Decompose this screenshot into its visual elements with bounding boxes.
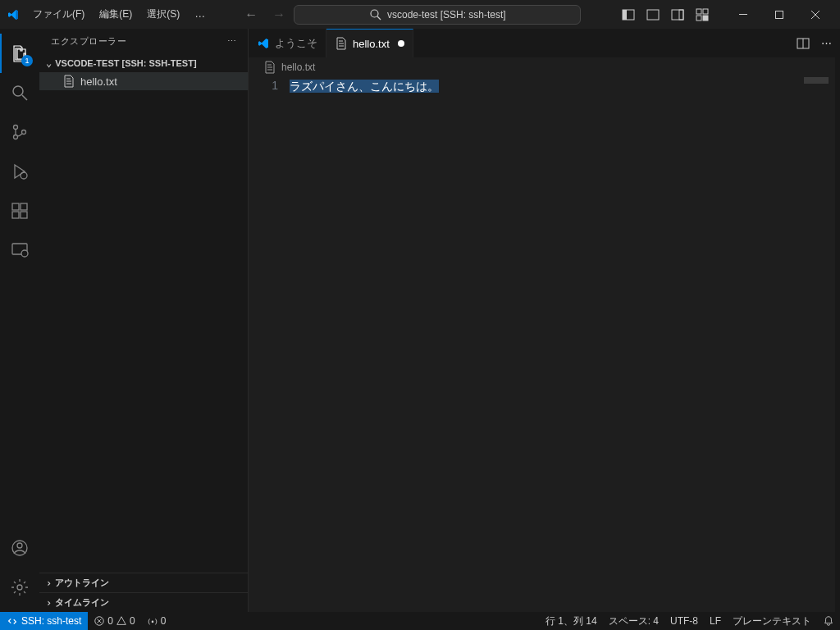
status-notifications[interactable]	[817, 614, 840, 628]
svg-rect-12	[776, 11, 783, 18]
command-center-text: vscode-test [SSH: ssh-test]	[387, 9, 506, 21]
svg-rect-4	[647, 10, 659, 20]
svg-line-16	[22, 95, 27, 100]
file-icon	[335, 37, 348, 50]
menu-file[interactable]: ファイル(F)	[26, 4, 91, 25]
nav-forward[interactable]: →	[272, 7, 285, 22]
tab-hello-txt[interactable]: hello.txt	[326, 29, 413, 57]
error-count: 0	[107, 615, 113, 627]
chevron-right-icon: ›	[46, 578, 52, 589]
timeline-section[interactable]: › タイムライン	[39, 592, 248, 612]
split-editor-icon[interactable]	[797, 37, 810, 50]
activity-remote-explorer[interactable]	[0, 231, 39, 270]
menu-more[interactable]: …	[188, 4, 212, 25]
svg-point-19	[22, 130, 26, 135]
file-icon	[263, 61, 276, 74]
warning-icon	[116, 615, 127, 627]
status-indent[interactable]: スペース: 4	[603, 614, 664, 628]
activity-bar: 1	[0, 29, 39, 612]
activity-explorer[interactable]: 1	[0, 34, 39, 73]
status-eol[interactable]: LF	[704, 614, 727, 628]
editor-tabs: ようこそ hello.txt ⋯	[249, 29, 840, 57]
menu-bar: ファイル(F) 編集(E) 選択(S) …	[26, 4, 212, 25]
ports-count: 0	[161, 615, 167, 627]
layout-customize-icon[interactable]	[696, 8, 709, 21]
svg-point-44	[151, 621, 153, 623]
svg-rect-22	[12, 212, 19, 218]
project-header[interactable]: ⌄ VSCODE-TEST [SSH: SSH-TEST]	[39, 54, 248, 72]
nav-back[interactable]: ←	[244, 7, 258, 22]
auxiliary-bar	[835, 29, 840, 612]
activity-extensions[interactable]	[0, 191, 39, 231]
svg-rect-23	[21, 212, 27, 218]
outline-label: アウトライン	[55, 577, 109, 589]
sidebar-more-icon[interactable]: ⋯	[227, 36, 236, 47]
svg-rect-5	[672, 10, 683, 20]
status-language[interactable]: プレーンテキスト	[727, 614, 817, 628]
svg-point-20	[21, 172, 27, 179]
activity-source-control[interactable]	[0, 112, 39, 152]
status-problems[interactable]: 0 0	[88, 615, 140, 627]
svg-rect-6	[679, 10, 683, 20]
tab-label: ようこそ	[275, 36, 317, 51]
svg-point-17	[14, 126, 18, 130]
chevron-right-icon: ›	[46, 597, 52, 609]
svg-point-0	[371, 10, 378, 17]
explorer-badge: 1	[21, 55, 33, 66]
menu-select[interactable]: 選択(S)	[140, 4, 186, 25]
activity-search[interactable]	[0, 73, 39, 112]
svg-rect-8	[703, 9, 708, 14]
file-icon	[62, 75, 75, 88]
svg-point-29	[17, 585, 22, 590]
window-maximize[interactable]	[761, 0, 797, 29]
window-minimize[interactable]	[725, 0, 761, 29]
command-center[interactable]: vscode-test [SSH: ssh-test]	[294, 5, 581, 25]
dirty-indicator	[398, 40, 404, 47]
vscode-logo	[7, 8, 20, 21]
status-bar: SSH: ssh-test 0 0 0 行 1、列 14 スペース: 4 UTF…	[0, 612, 840, 630]
error-icon	[94, 615, 105, 627]
bell-icon	[823, 615, 834, 627]
nav-arrows: ← →	[244, 7, 285, 22]
breadcrumb[interactable]: hello.txt	[249, 57, 840, 77]
status-remote[interactable]: SSH: ssh-test	[0, 612, 88, 630]
title-bar: ファイル(F) 編集(E) 選択(S) … ← → vscode-test [S…	[0, 0, 840, 29]
svg-rect-24	[21, 203, 27, 210]
layout-panel-bottom-icon[interactable]	[646, 8, 660, 21]
search-icon	[369, 8, 382, 21]
file-item[interactable]: hello.txt	[39, 72, 248, 90]
status-encoding[interactable]: UTF-8	[664, 614, 704, 628]
file-tree: hello.txt	[39, 72, 248, 573]
svg-rect-3	[623, 10, 627, 20]
activity-settings[interactable]	[0, 568, 39, 607]
chevron-down-icon: ⌄	[46, 57, 52, 69]
svg-rect-9	[696, 16, 701, 21]
svg-point-28	[17, 543, 22, 548]
window-close[interactable]	[797, 0, 833, 29]
editor-body[interactable]: 1 ラズパイさん、こんにちは。	[249, 77, 840, 612]
activity-accounts[interactable]	[0, 528, 39, 568]
code-content[interactable]: ラズパイさん、こんにちは。	[290, 77, 840, 612]
vscode-icon	[257, 37, 270, 50]
svg-point-15	[13, 86, 23, 96]
svg-rect-7	[696, 9, 701, 14]
status-ports[interactable]: 0	[141, 615, 172, 627]
tab-label: hello.txt	[353, 38, 390, 50]
layout-panel-right-icon[interactable]	[671, 8, 684, 21]
svg-point-18	[14, 135, 18, 139]
editor-more-icon[interactable]: ⋯	[821, 37, 832, 49]
menu-edit[interactable]: 編集(E)	[93, 4, 139, 25]
tab-welcome[interactable]: ようこそ	[249, 29, 326, 57]
layout-panel-left-icon[interactable]	[622, 8, 635, 21]
timeline-label: タイムライン	[55, 596, 109, 609]
layout-controls	[612, 8, 719, 21]
minimap[interactable]	[804, 77, 829, 84]
line-number-gutter: 1	[249, 77, 290, 612]
activity-run-debug[interactable]	[0, 152, 39, 191]
outline-section[interactable]: › アウトライン	[39, 573, 248, 592]
status-remote-label: SSH: ssh-test	[21, 615, 81, 627]
remote-icon	[7, 615, 18, 627]
warning-count: 0	[130, 615, 135, 627]
status-ln-col[interactable]: 行 1、列 14	[540, 614, 603, 628]
svg-rect-10	[703, 16, 708, 21]
